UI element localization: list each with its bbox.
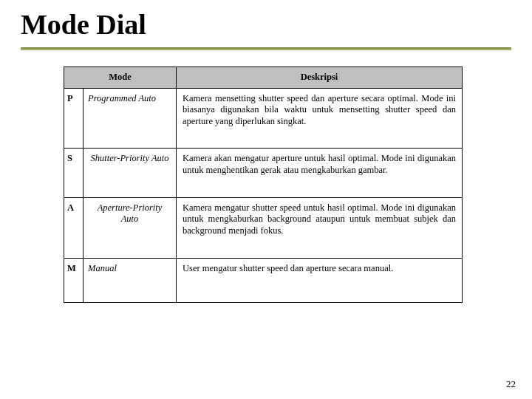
- table-header-row: Mode Deskripsi: [64, 66, 463, 88]
- mode-name: Aperture-Priority Auto: [83, 197, 177, 258]
- table-wrap: Mode Deskripsi P Programmed Auto Kamera …: [21, 50, 511, 303]
- header-deskripsi: Deskripsi: [177, 66, 463, 88]
- mode-desc: User mengatur shutter speed dan aperture…: [177, 258, 463, 303]
- mode-code: A: [64, 197, 83, 258]
- title-rule: [21, 47, 511, 50]
- slide: Mode Dial Mode Deskripsi P Programmed Au…: [0, 0, 532, 399]
- title-area: Mode Dial: [21, 0, 511, 50]
- mode-name: Programmed Auto: [83, 88, 177, 149]
- header-mode: Mode: [64, 66, 177, 88]
- mode-code: S: [64, 149, 83, 197]
- mode-desc: Kamera mensetting shutter speed dan aper…: [177, 88, 463, 149]
- table-row: P Programmed Auto Kamera mensetting shut…: [64, 88, 463, 149]
- page-number: 22: [506, 378, 516, 390]
- mode-desc: Kamera akan mengatur aperture untuk hasi…: [177, 149, 463, 197]
- page-title: Mode Dial: [21, 10, 511, 40]
- table-row: A Aperture-Priority Auto Kamera mengatur…: [64, 197, 463, 258]
- mode-code: M: [64, 258, 83, 303]
- table-row: S Shutter-Priority Auto Kamera akan meng…: [64, 149, 463, 197]
- table-row: M Manual User mengatur shutter speed dan…: [64, 258, 463, 303]
- mode-name: Manual: [83, 258, 177, 303]
- mode-name: Shutter-Priority Auto: [83, 149, 177, 197]
- mode-code: P: [64, 88, 83, 149]
- mode-desc: Kamera mengatur shutter speed untuk hasi…: [177, 197, 463, 258]
- mode-table: Mode Deskripsi P Programmed Auto Kamera …: [64, 66, 463, 303]
